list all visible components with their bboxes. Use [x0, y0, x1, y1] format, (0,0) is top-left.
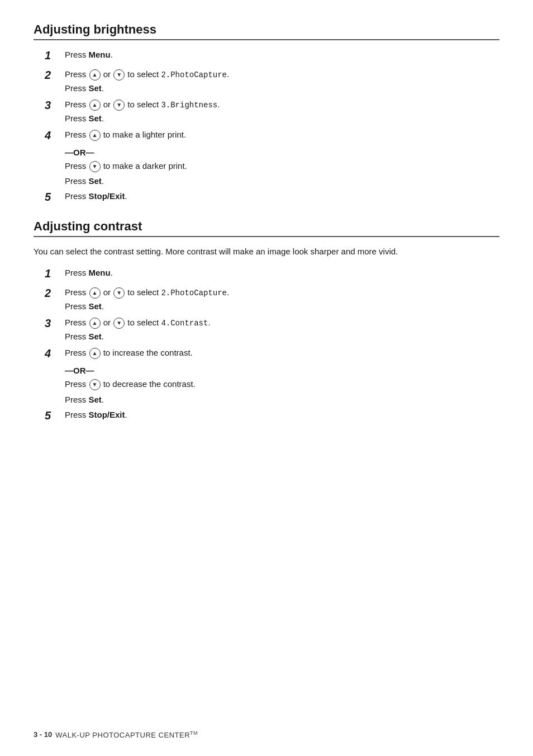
- contrast-step-number-4: 4: [45, 345, 65, 362]
- contrast-step-4-set: Press Set.: [65, 393, 499, 406]
- step-1-content: Press Menu.: [65, 48, 499, 61]
- menu-item-c3: 4.Contrast: [161, 319, 208, 328]
- menu-item-c2: 2.PhotoCapture: [161, 289, 227, 297]
- contrast-step-4-or-content: Press ▼ to decrease the contrast.: [65, 377, 499, 390]
- stop-exit-bold-1: Stop/Exit: [89, 191, 125, 201]
- up-icon-2a: ▲: [89, 69, 101, 81]
- brightness-step-3: 3 Press ▲ or ▼ to select 3.Brightness. P…: [45, 98, 499, 125]
- step-4-or-content: Press ▼ to make a darker print.: [65, 159, 499, 172]
- down-icon-c3: ▼: [113, 318, 125, 329]
- up-icon-c4: ▲: [89, 348, 101, 359]
- brightness-step-2: 2 Press ▲ or ▼ to select 2.PhotoCapture.…: [45, 68, 499, 94]
- section1-divider: [34, 39, 499, 40]
- step-number-3: 3: [45, 97, 65, 114]
- set-bold-3: Set: [89, 114, 102, 123]
- footer-trademark: TM: [190, 730, 198, 736]
- down-icon-4: ▼: [89, 161, 101, 172]
- section-brightness-title: Adjusting brightness: [34, 22, 499, 37]
- contrast-description: You can select the contrast setting. Mor…: [34, 245, 499, 258]
- set-bold-c2: Set: [89, 301, 102, 311]
- contrast-step-3: 3 Press ▲ or ▼ to select 4.Contrast. Pre…: [45, 316, 499, 343]
- set-bold-c3: Set: [89, 332, 102, 341]
- section-contrast: Adjusting contrast You can select the co…: [34, 219, 499, 424]
- step-4-content: Press ▲ to make a lighter print.: [65, 128, 499, 141]
- footer-text: WALK-UP PHOTOCAPTURE CENTERTM: [55, 730, 198, 739]
- menu-bold-c1: Menu: [89, 268, 111, 277]
- set-bold-2: Set: [89, 83, 102, 93]
- contrast-step-number-1: 1: [45, 265, 65, 282]
- step-number-5: 5: [45, 188, 65, 206]
- contrast-step-1-content: Press Menu.: [65, 266, 499, 279]
- contrast-step-4-content: Press ▲ to increase the contrast.: [65, 346, 499, 359]
- contrast-step-number-3: 3: [45, 315, 65, 332]
- step-4-set: Press Set.: [65, 174, 499, 187]
- section2-divider: [34, 236, 499, 237]
- contrast-step-3-content: Press ▲ or ▼ to select 4.Contrast. Press…: [65, 316, 499, 343]
- contrast-step-2: 2 Press ▲ or ▼ to select 2.PhotoCapture.…: [45, 286, 499, 313]
- brightness-step-5: 5 Press Stop/Exit.: [45, 190, 499, 206]
- set-bold-4: Set: [89, 176, 102, 186]
- contrast-step-2-content: Press ▲ or ▼ to select 2.PhotoCapture. P…: [65, 286, 499, 313]
- step-2-content: Press ▲ or ▼ to select 2.PhotoCapture. P…: [65, 68, 499, 94]
- footer-product-text: WALK-UP PHOTOCAPTURE CENTER: [55, 731, 190, 739]
- section-contrast-title: Adjusting contrast: [34, 219, 499, 234]
- stop-exit-bold-2: Stop/Exit: [89, 410, 125, 419]
- contrast-step-4: 4 Press ▲ to increase the contrast.: [45, 346, 499, 362]
- contrast-steps: 1 Press Menu. 2 Press ▲ or ▼ to select 2…: [45, 266, 499, 424]
- menu-item-2: 2.PhotoCapture: [161, 70, 227, 79]
- footer-page-number: 3 - 10: [34, 730, 52, 739]
- step-number-1: 1: [45, 47, 65, 64]
- contrast-step-5: 5 Press Stop/Exit.: [45, 408, 499, 424]
- or-divider-1: —OR—: [65, 148, 499, 157]
- brightness-step-1: 1 Press Menu.: [45, 48, 499, 64]
- up-icon-3a: ▲: [89, 100, 101, 111]
- contrast-step-number-5: 5: [45, 407, 65, 424]
- down-icon-c4: ▼: [89, 379, 101, 390]
- set-bold-c4: Set: [89, 395, 102, 404]
- down-icon-3a: ▼: [113, 100, 125, 111]
- or-divider-2: —OR—: [65, 366, 499, 375]
- down-icon-2a: ▼: [113, 69, 125, 81]
- menu-bold-1: Menu: [89, 50, 111, 59]
- step-5-content: Press Stop/Exit.: [65, 190, 499, 202]
- step-number-2: 2: [45, 67, 65, 84]
- step-number-4: 4: [45, 127, 65, 144]
- down-icon-c2: ▼: [113, 287, 125, 299]
- menu-item-3: 3.Brightness: [161, 101, 217, 110]
- step-3-content: Press ▲ or ▼ to select 3.Brightness. Pre…: [65, 98, 499, 125]
- brightness-steps: 1 Press Menu. 2 Press ▲ or ▼ to select 2…: [45, 48, 499, 206]
- up-icon-4: ▲: [89, 130, 101, 141]
- contrast-step-1: 1 Press Menu.: [45, 266, 499, 282]
- contrast-step-number-2: 2: [45, 285, 65, 302]
- up-icon-c3: ▲: [89, 318, 101, 329]
- contrast-step-5-content: Press Stop/Exit.: [65, 408, 499, 421]
- brightness-step-4: 4 Press ▲ to make a lighter print.: [45, 128, 499, 144]
- page-footer: 3 - 10 WALK-UP PHOTOCAPTURE CENTERTM: [34, 730, 198, 739]
- section-brightness: Adjusting brightness 1 Press Menu. 2 Pre…: [34, 22, 499, 206]
- up-icon-c2: ▲: [89, 287, 101, 299]
